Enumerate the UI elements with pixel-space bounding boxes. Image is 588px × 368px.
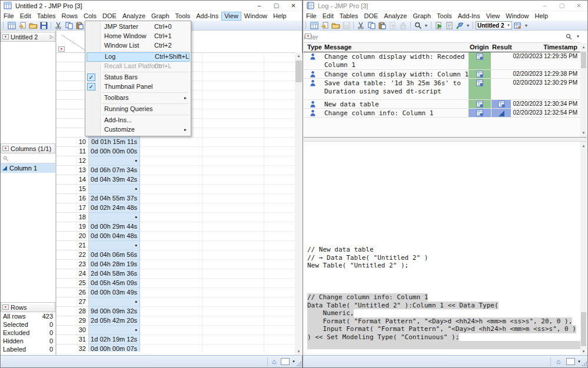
view-menu-item-status-bars[interactable]: ✓Status Bars (87, 73, 190, 82)
minimize-button[interactable]: – (251, 1, 268, 11)
empty-cell[interactable] (140, 344, 295, 352)
empty-cell[interactable] (140, 326, 295, 335)
scroll-thumb[interactable] (295, 61, 302, 82)
empty-cell[interactable] (140, 232, 295, 241)
table-row[interactable]: 190d 00h 29m 44s (57, 222, 295, 232)
scroll-thumb[interactable] (581, 52, 586, 68)
empty-cell[interactable] (140, 288, 295, 297)
empty-cell[interactable] (140, 260, 295, 269)
save-file-icon[interactable] (39, 21, 48, 30)
save-file-icon[interactable] (341, 21, 351, 30)
duration-cell[interactable]: 0d 00h 00m 07s (89, 344, 140, 352)
empty-cell[interactable] (140, 166, 295, 175)
status-dropdown-icon[interactable]: ▼ (577, 360, 581, 363)
new-data-table-icon[interactable] (310, 21, 319, 30)
duration-cell[interactable]: 0d 00h 00m 00s (89, 147, 140, 156)
pane-divider[interactable] (304, 137, 587, 142)
menu-tables[interactable]: Tables (34, 12, 59, 21)
maximize-button[interactable]: ▢ (268, 1, 285, 11)
paste-icon[interactable] (75, 21, 84, 30)
duration-cell[interactable]: 0d 00h 29m 44s (89, 222, 140, 232)
empty-cell[interactable] (140, 213, 295, 222)
log-col-header-type[interactable]: Type (307, 44, 322, 51)
row-number-cell[interactable]: 16 (57, 194, 89, 203)
empty-cell[interactable] (140, 138, 295, 147)
menu-tools[interactable]: Tools (434, 12, 455, 21)
menu-file[interactable]: File (303, 12, 320, 21)
log-row[interactable]: New data table02/20/2023 12:30:34 PM (304, 100, 580, 109)
cut-icon[interactable] (54, 21, 63, 30)
copy-icon[interactable] (64, 21, 74, 30)
row-number-cell[interactable]: 23 (57, 260, 89, 269)
new-script-window-icon[interactable] (444, 21, 454, 30)
row-number-cell[interactable] (57, 72, 89, 81)
table-row[interactable]: 162d 04h 55m 37s (57, 194, 295, 203)
table-selector-combobox[interactable]: Untitled 2▼ (476, 21, 512, 29)
titlebar[interactable]: Log - JMP Pro [3] – ▢ ✕ (303, 1, 587, 11)
duration-cell[interactable]: • (89, 326, 140, 335)
log-col-header-timestamp[interactable]: Timestamp (543, 44, 577, 51)
result-cell[interactable] (491, 109, 511, 117)
log-col-header-result[interactable]: Result (492, 44, 512, 51)
duration-cell[interactable]: 0d 06h 07m 34s (89, 166, 140, 175)
row-number-cell[interactable]: 19 (57, 222, 89, 232)
scroll-up-arrow[interactable]: ▲ (580, 44, 587, 51)
menu-window[interactable]: Window (241, 12, 270, 21)
row-number-cell[interactable]: 30 (57, 326, 89, 335)
row-number-cell[interactable]: 20 (57, 232, 89, 241)
search-icon[interactable] (413, 21, 423, 30)
home-icon[interactable]: ⌂ (272, 357, 276, 366)
view-menu-item-customize[interactable]: Customize▸ (87, 125, 190, 135)
menu-help[interactable]: Help (531, 12, 551, 21)
row-number-cell[interactable]: 29 (57, 316, 89, 326)
column-list-item[interactable]: Column 1 (1, 163, 55, 173)
row-number-cell[interactable]: 13 (57, 166, 89, 175)
table-row[interactable]: 230d 04h 28m 19s (57, 260, 295, 269)
table-row[interactable]: 320d 00h 00m 07s (57, 344, 295, 352)
duration-cell[interactable]: 0d 04h 28m 19s (89, 260, 140, 269)
row-number-cell[interactable] (57, 81, 89, 91)
row-number-cell[interactable]: 11 (57, 147, 89, 156)
status-dropdown-icon[interactable]: ▼ (292, 360, 295, 363)
chevron-down-icon[interactable]: ▼ (507, 24, 510, 27)
duration-cell[interactable]: 0d 04h 39m 42s (89, 175, 140, 185)
red-triangle-menu-icon[interactable]: ▼ (2, 305, 9, 310)
row-number-cell[interactable]: 31 (57, 335, 89, 344)
copy-icon[interactable] (367, 21, 376, 30)
duration-cell[interactable]: 0d 05h 45m 09s (89, 279, 140, 288)
row-number-cell[interactable] (57, 91, 89, 100)
resize-grip[interactable] (582, 361, 587, 366)
rows-panel-header[interactable]: ▼ Rows (1, 302, 55, 312)
row-number-cell[interactable]: 14 (57, 175, 89, 185)
log-vertical-scrollbar[interactable]: ▲ ▼ (580, 43, 587, 137)
expand-arrow-icon[interactable]: ▷ (50, 34, 54, 39)
empty-cell[interactable] (140, 297, 295, 307)
log-row[interactable]: Save data table: '1d 3h 25m 36s' to Dura… (304, 79, 580, 100)
duration-cell[interactable]: 9d 00h 09m 32s (89, 307, 140, 316)
menu-window[interactable]: Window (503, 12, 531, 21)
row-number-cell[interactable]: 22 (57, 250, 89, 260)
origin-cell[interactable] (469, 52, 491, 69)
duration-cell[interactable]: • (89, 156, 140, 166)
close-button[interactable]: ✕ (570, 1, 587, 11)
red-triangle-menu-icon[interactable]: ▼ (2, 146, 9, 151)
toolbar-overflow-icon[interactable]: ▼ (466, 24, 470, 28)
toolbar-overflow-icon[interactable]: ▼ (424, 24, 428, 28)
row-number-cell[interactable]: 26 (57, 288, 89, 297)
menu-tools[interactable]: Tools (172, 12, 194, 21)
scroll-down-arrow[interactable]: ▼ (580, 130, 587, 136)
table-row[interactable]: 12• (57, 156, 295, 166)
toolbar-overflow-icon[interactable]: ▼ (524, 24, 529, 28)
view-menu-item-running-queries[interactable]: Running Queries (87, 105, 190, 114)
duration-cell[interactable]: • (89, 241, 140, 250)
row-number-cell[interactable]: 25 (57, 279, 89, 288)
view-menu-item-jmp-starter[interactable]: JMP StarterCtrl+0 (87, 22, 190, 32)
run-script-icon[interactable] (388, 21, 397, 30)
duration-cell[interactable]: 0d 00h 04m 48s (89, 232, 140, 241)
duration-cell[interactable]: 2d 05h 42m 20s (89, 316, 140, 326)
log-red-triangle-icon[interactable]: ▼ (305, 34, 311, 39)
origin-cell[interactable] (469, 70, 491, 78)
menu-analyze[interactable]: Analyze (381, 12, 410, 21)
row-number-cell[interactable] (57, 62, 89, 72)
menu-tables[interactable]: Tables (337, 12, 361, 21)
